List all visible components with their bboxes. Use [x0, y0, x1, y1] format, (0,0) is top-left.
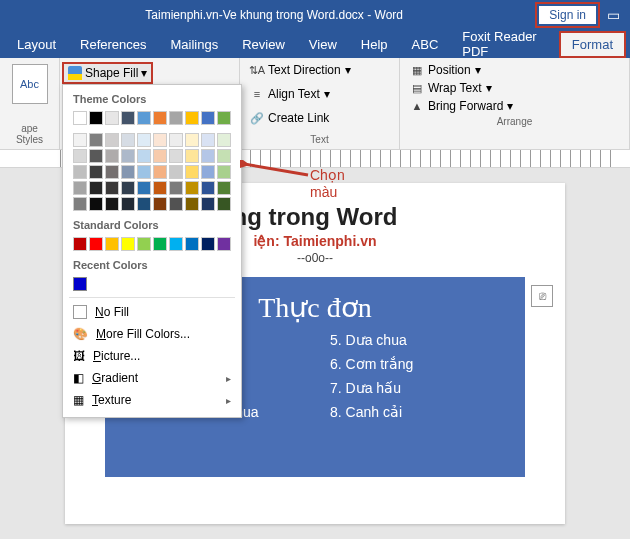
- picture-fill-option[interactable]: 🖼Picture...: [63, 345, 241, 367]
- color-swatch[interactable]: [217, 181, 231, 195]
- texture-icon: ▦: [73, 393, 84, 407]
- tab-abc[interactable]: ABC: [400, 32, 451, 57]
- tab-mailings[interactable]: Mailings: [159, 32, 231, 57]
- color-swatch[interactable]: [105, 197, 119, 211]
- align-text-button[interactable]: ≡Align Text▾: [248, 86, 391, 102]
- shape-style-preview[interactable]: Abc: [12, 64, 48, 104]
- color-swatch[interactable]: [201, 181, 215, 195]
- color-swatch[interactable]: [73, 165, 87, 179]
- color-swatch[interactable]: [105, 149, 119, 163]
- color-swatch[interactable]: [137, 149, 151, 163]
- standard-colors-label: Standard Colors: [63, 217, 241, 235]
- color-swatch[interactable]: [153, 181, 167, 195]
- color-swatch[interactable]: [121, 133, 135, 147]
- color-swatch[interactable]: [137, 165, 151, 179]
- color-swatch[interactable]: [121, 165, 135, 179]
- color-swatch[interactable]: [105, 111, 119, 125]
- color-swatch[interactable]: [201, 237, 215, 251]
- wrap-text-button[interactable]: ▤Wrap Text▾: [408, 80, 621, 96]
- color-swatch[interactable]: [137, 181, 151, 195]
- color-swatch[interactable]: [153, 197, 167, 211]
- color-swatch[interactable]: [169, 181, 183, 195]
- color-swatch[interactable]: [169, 133, 183, 147]
- color-swatch[interactable]: [153, 237, 167, 251]
- color-swatch[interactable]: [201, 165, 215, 179]
- color-swatch[interactable]: [73, 111, 87, 125]
- tab-references[interactable]: References: [68, 32, 158, 57]
- color-swatch[interactable]: [137, 133, 151, 147]
- color-swatch[interactable]: [153, 149, 167, 163]
- tab-format[interactable]: Format: [560, 32, 625, 57]
- text-direction-button[interactable]: ⇅AText Direction▾: [248, 62, 391, 78]
- gradient-fill-option[interactable]: ◧Gradient▸: [63, 367, 241, 389]
- color-swatch[interactable]: [217, 149, 231, 163]
- color-swatch[interactable]: [89, 111, 103, 125]
- color-swatch[interactable]: [185, 111, 199, 125]
- color-swatch[interactable]: [153, 111, 167, 125]
- color-swatch[interactable]: [217, 111, 231, 125]
- create-link-button[interactable]: 🔗Create Link: [248, 110, 391, 126]
- color-swatch[interactable]: [121, 181, 135, 195]
- shape-fill-button[interactable]: Shape Fill ▾: [62, 62, 153, 84]
- layout-options-icon[interactable]: ⎚: [531, 285, 553, 307]
- color-swatch[interactable]: [73, 149, 87, 163]
- color-swatch[interactable]: [185, 149, 199, 163]
- text-direction-icon: ⇅A: [250, 63, 264, 77]
- window-controls-icon[interactable]: ▭: [607, 7, 620, 23]
- tab-review[interactable]: Review: [230, 32, 297, 57]
- color-swatch[interactable]: [169, 149, 183, 163]
- color-swatch[interactable]: [185, 237, 199, 251]
- color-swatch[interactable]: [121, 111, 135, 125]
- color-swatch[interactable]: [73, 237, 87, 251]
- color-swatch[interactable]: [105, 133, 119, 147]
- color-swatch[interactable]: [121, 197, 135, 211]
- bring-forward-button[interactable]: ▲Bring Forward▾: [408, 98, 621, 114]
- color-swatch[interactable]: [169, 165, 183, 179]
- color-swatch[interactable]: [217, 165, 231, 179]
- position-button[interactable]: ▦Position▾: [408, 62, 621, 78]
- texture-fill-option[interactable]: ▦Texture▸: [63, 389, 241, 411]
- color-swatch[interactable]: [89, 181, 103, 195]
- tab-view[interactable]: View: [297, 32, 349, 57]
- more-colors-option[interactable]: 🎨More Fill Colors...: [63, 323, 241, 345]
- color-swatch[interactable]: [73, 181, 87, 195]
- color-swatch[interactable]: [217, 133, 231, 147]
- tab-help[interactable]: Help: [349, 32, 400, 57]
- color-swatch[interactable]: [89, 165, 103, 179]
- color-swatch[interactable]: [89, 197, 103, 211]
- color-swatch[interactable]: [201, 111, 215, 125]
- color-swatch[interactable]: [137, 237, 151, 251]
- color-swatch[interactable]: [89, 133, 103, 147]
- color-swatch[interactable]: [201, 149, 215, 163]
- document-title: Taimienphi.vn-Ve khung trong Word.docx -…: [10, 8, 538, 22]
- color-swatch[interactable]: [105, 165, 119, 179]
- color-swatch[interactable]: [169, 111, 183, 125]
- color-swatch[interactable]: [89, 237, 103, 251]
- tab-layout[interactable]: Layout: [5, 32, 68, 57]
- color-swatch[interactable]: [73, 133, 87, 147]
- color-swatch[interactable]: [153, 133, 167, 147]
- color-swatch[interactable]: [169, 197, 183, 211]
- color-swatch[interactable]: [217, 237, 231, 251]
- color-swatch[interactable]: [153, 165, 167, 179]
- color-swatch[interactable]: [185, 133, 199, 147]
- color-swatch[interactable]: [169, 237, 183, 251]
- color-swatch[interactable]: [137, 197, 151, 211]
- color-swatch[interactable]: [137, 111, 151, 125]
- color-swatch[interactable]: [105, 237, 119, 251]
- sign-in-button[interactable]: Sign in: [538, 5, 597, 25]
- color-swatch[interactable]: [105, 181, 119, 195]
- color-swatch[interactable]: [185, 165, 199, 179]
- color-swatch[interactable]: [185, 197, 199, 211]
- recent-color-swatch[interactable]: [73, 277, 87, 291]
- color-swatch[interactable]: [217, 197, 231, 211]
- color-swatch[interactable]: [121, 149, 135, 163]
- no-fill-option[interactable]: NNo Fillo Fill: [63, 301, 241, 323]
- color-swatch[interactable]: [121, 237, 135, 251]
- color-swatch[interactable]: [201, 133, 215, 147]
- color-swatch[interactable]: [201, 197, 215, 211]
- color-swatch[interactable]: [89, 149, 103, 163]
- color-swatch[interactable]: [73, 197, 87, 211]
- list-item: 6. Cơm trắng: [330, 356, 505, 372]
- color-swatch[interactable]: [185, 181, 199, 195]
